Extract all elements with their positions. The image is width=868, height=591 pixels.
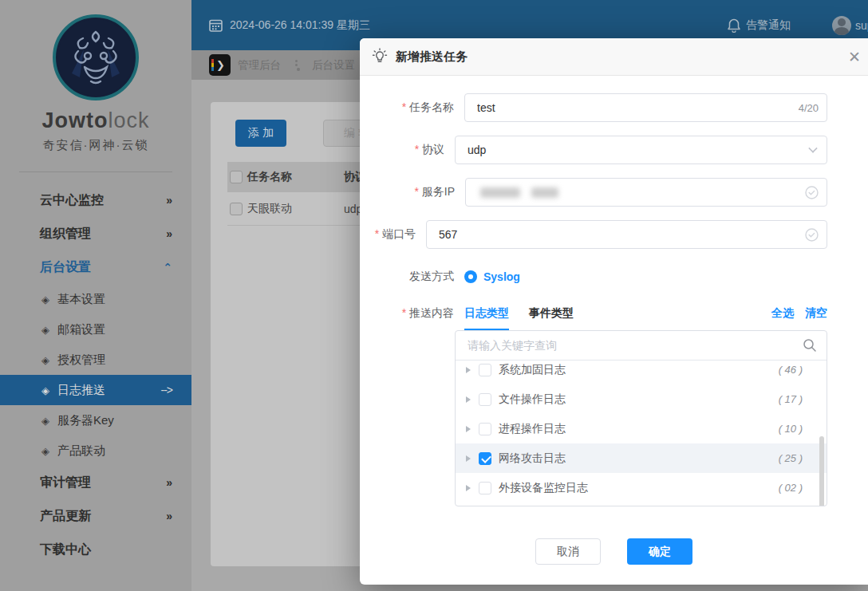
checkbox-unchecked[interactable] [479,423,491,435]
chevron-right-icon: » [166,510,172,522]
lightbulb-icon [372,48,388,65]
sidebar-item-label: 云中心监控 [40,192,104,209]
tree-row-label: 网络攻击日志 [499,451,566,466]
tree-row-count: ( 17 ) [779,393,803,405]
dialog-body: 任务名称 4/20 协议 服务IP 端口号 [360,76,868,506]
alert-notification-button[interactable]: 告警通知 [728,18,791,33]
sidebar-item-5[interactable]: ◈授权管理 [0,345,191,375]
tab-log-type[interactable]: 日志类型 [464,306,509,330]
expand-caret-icon[interactable] [466,485,471,491]
tree-row-count: ( 02 ) [779,482,803,494]
syslog-radio-label[interactable]: Syslog [483,270,520,283]
app-icon-stripes [211,59,214,71]
sidebar-item-label: 组织管理 [40,226,91,242]
protocol-select[interactable] [455,136,827,164]
cell-task-name: 天眼联动 [247,202,344,216]
sidebar-item-label: 产品更新 [40,508,91,525]
sidebar-item-0[interactable]: 云中心监控» [0,183,191,217]
form-row-send-method: 发送方式 Syslog [360,270,827,284]
add-button[interactable]: 添 加 [235,120,286,147]
form-row-server-ip: 服务IP [360,178,827,207]
diamond-bullet-icon: ◈ [41,324,49,336]
sidebar-item-6[interactable]: ◈日志推送--> [0,375,191,405]
tree-row-5[interactable]: 威胁感知事件( 13 ) [456,502,827,506]
console-app-icon[interactable]: ❯ [209,54,231,76]
sidebar-item-4[interactable]: ◈邮箱设置 [0,314,191,345]
checkbox-checked[interactable] [479,452,491,465]
tree-row-count: ( 10 ) [779,423,803,435]
task-name-input[interactable] [465,101,827,114]
scrollbar-thumb[interactable] [819,436,824,506]
sidebar-item-label: 基本设置 [57,292,105,307]
row-checkbox[interactable] [230,203,243,215]
sidebar-item-label: 产品联动 [57,443,105,459]
redacted-value [480,187,558,198]
chevron-up-icon: ⌃ [163,261,172,274]
select-all-link[interactable]: 全选 [771,306,794,321]
sidebar: Jowtolock 奇安信·网神·云锁 云中心监控»组织管理»后台设置⌃◈基本设… [0,0,191,591]
breadcrumb-item-settings[interactable]: 后台设置 [312,58,355,73]
port-input[interactable] [427,228,827,241]
checkbox-unchecked[interactable] [479,482,491,494]
tree-row-1[interactable]: 文件操作日志( 17 ) [456,384,827,414]
search-icon [803,338,817,353]
send-method-options: Syslog [464,270,827,283]
checkbox-unchecked[interactable] [479,393,491,406]
keyword-search-input[interactable] [456,339,827,352]
cancel-button[interactable]: 取消 [535,538,601,565]
log-type-panel: 系统加固日志( 46 )文件操作日志( 17 )进程操作日志( 10 )网络攻击… [455,330,827,506]
lion-logo-icon [56,18,136,97]
chevron-right-icon: » [166,227,172,240]
clear-link[interactable]: 清空 [805,306,827,321]
datetime-block: 2024-06-26 14:01:39 星期三 [209,0,370,50]
tree-row-2[interactable]: 进程操作日志( 10 ) [456,414,827,443]
sidebar-item-3[interactable]: ◈基本设置 [0,284,191,314]
task-name-label: 任务名称 [402,100,464,115]
server-ip-field-wrap[interactable] [465,178,827,207]
protocol-value[interactable] [456,144,827,156]
sidebar-item-11[interactable]: 下载中心 [0,533,191,566]
user-avatar[interactable] [832,16,851,35]
tree-row-label: 文件操作日志 [499,392,566,407]
close-icon[interactable]: ✕ [846,49,863,66]
tree-row-label: 外接设备监控日志 [499,481,588,495]
protocol-label: 协议 [415,143,455,157]
tree-row-4[interactable]: 外接设备监控日志( 02 ) [456,473,827,502]
tab-event-type[interactable]: 事件类型 [529,306,574,329]
sidebar-item-1[interactable]: 组织管理» [0,217,191,250]
sidebar-divider [19,171,172,172]
username-text[interactable]: sup [855,19,868,32]
calendar-icon [209,18,223,32]
bell-icon [728,18,740,33]
form-row-push-content: 推送内容 日志类型 事件类型 全选 清空 [360,306,827,330]
datetime-text: 2024-06-26 14:01:39 星期三 [230,18,370,33]
confirm-button[interactable]: 确定 [627,538,692,565]
port-field-wrap [426,220,827,249]
sidebar-item-9[interactable]: 审计管理» [0,466,191,499]
sidebar-item-2[interactable]: 后台设置⌃ [0,250,191,284]
sidebar-item-8[interactable]: ◈产品联动 [0,435,191,466]
expand-caret-icon[interactable] [466,367,471,373]
sidebar-item-label: 邮箱设置 [57,322,105,337]
expand-caret-icon[interactable] [466,426,471,432]
tree-row-label: 进程操作日志 [499,422,566,436]
chevron-right-icon: » [166,194,172,207]
expand-caret-icon[interactable] [466,396,471,403]
diamond-bullet-icon: ◈ [41,415,49,427]
breadcrumb-item-console[interactable]: 管理后台 [238,58,281,73]
push-content-tabs: 日志类型 事件类型 全选 清空 [464,306,827,330]
radio-selected-icon[interactable] [464,270,477,283]
tree-row-3[interactable]: 网络攻击日志( 25 ) [456,443,827,473]
form-row-task-name: 任务名称 4/20 [360,93,827,122]
brand-block: Jowtolock 奇安信·网神·云锁 [0,14,191,153]
expand-caret-icon[interactable] [466,455,471,462]
checkbox-unchecked[interactable] [479,364,491,376]
dialog-header: 新增推送任务 ✕ [360,38,868,76]
tree-row-0[interactable]: 系统加固日志( 46 ) [456,361,827,384]
char-counter: 4/20 [795,102,819,114]
breadcrumb: 管理后台 后台设置 [238,50,355,80]
select-all-checkbox[interactable] [230,171,243,183]
sidebar-item-10[interactable]: 产品更新» [0,499,191,533]
sidebar-item-7[interactable]: ◈服务器Key [0,405,191,435]
dialog-title: 新增推送任务 [396,49,468,65]
